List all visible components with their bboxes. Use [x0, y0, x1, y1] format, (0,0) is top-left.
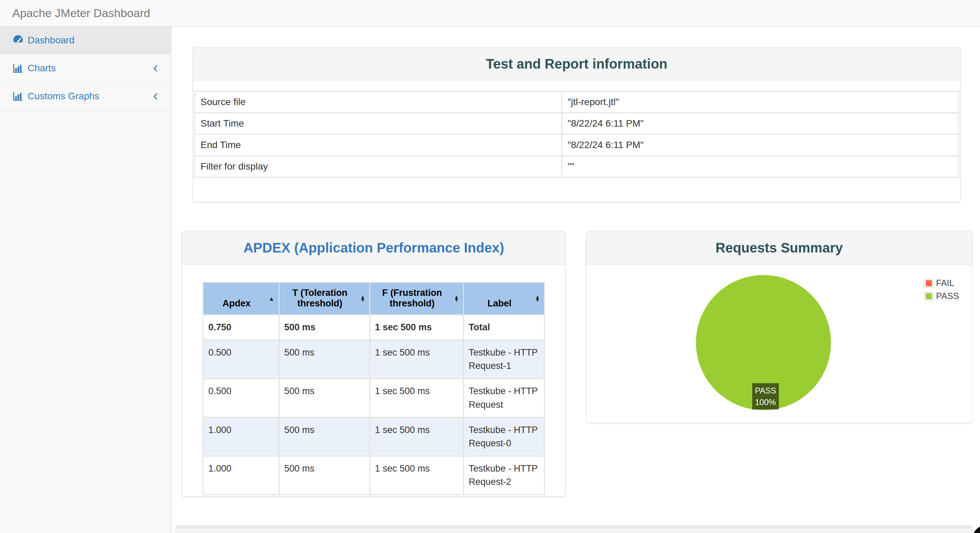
apdex-cell: 500 ms [280, 418, 369, 456]
apdex-cell: 1 sec 500 ms [370, 379, 463, 417]
apdex-cell: Testkube - HTTP Request-0 [464, 418, 544, 456]
apdex-cell: Testkube - HTTP Request [464, 379, 544, 417]
info-value-cell: "8/22/24 6:11 PM" [562, 135, 959, 155]
table-row: End Time"8/22/24 6:11 PM" [195, 135, 958, 155]
bar-chart-icon [12, 62, 25, 74]
sidebar-item-label: Charts [28, 63, 56, 74]
sidebar-item-label: Dashboard [28, 35, 74, 46]
info-value-cell: "jtl-report.jtl" [562, 92, 959, 112]
requests-summary-title: Requests Summary [715, 240, 843, 255]
pie-slice-label-name: PASS [755, 385, 776, 396]
table-row: 1.000500 ms1 sec 500 msTestkube - HTTP R… [204, 418, 544, 456]
sort-both-icon: ▲▼ [535, 295, 540, 301]
test-info-table-body: Source file"jtl-report.jtl"Start Time"8/… [195, 92, 958, 177]
apdex-cell: Total [464, 315, 544, 340]
apdex-cell: 1.000 [204, 456, 278, 494]
sidebar-item-dashboard[interactable]: Dashboard [0, 27, 171, 54]
apdex-column-header-t-toleration-threshold[interactable]: T (Toleration threshold)▲▼ [280, 283, 369, 314]
sort-asc-icon: ▲ [269, 296, 275, 302]
test-info-panel-title: Test and Report information [486, 56, 668, 72]
apdex-column-header-label[interactable]: Label▲▼ [464, 283, 544, 314]
legend-label: FAIL [936, 278, 954, 288]
navbar-brand-title: Apache JMeter Dashboard [0, 6, 150, 20]
apdex-cell: 500 ms [280, 456, 369, 494]
apdex-cell: 1.000 [204, 418, 278, 456]
apdex-panel-body: Apdex▲T (Toleration threshold)▲▼F (Frust… [182, 265, 565, 495]
bar-chart-icon [12, 90, 25, 102]
table-row: Filter for display"" [195, 156, 958, 177]
apdex-cell: 500 ms [280, 379, 369, 417]
apdex-cell: 1 sec 500 ms [370, 418, 463, 456]
table-row: 0.750500 ms1 sec 500 msTotal [204, 315, 544, 340]
next-panel-strip [176, 525, 972, 533]
test-info-panel-heading: Test and Report information [193, 48, 960, 81]
apdex-cell: 0.750 [204, 315, 278, 340]
sidebar-item-customs-graphs[interactable]: Customs Graphs‹ [0, 83, 171, 110]
sort-both-icon: ▲▼ [454, 295, 459, 301]
test-info-panel: Test and Report information Source file"… [192, 47, 961, 202]
pie-slice-label: PASS 100% [752, 383, 779, 410]
requests-summary-chart: PASS 100% FAILPASS [586, 265, 972, 422]
test-info-table: Source file"jtl-report.jtl"Start Time"8/… [194, 91, 959, 178]
chevron-left-icon: ‹ [153, 61, 158, 75]
apdex-cell: Testkube - HTTP Request-1 [464, 340, 544, 378]
apdex-cell: 1 sec 500 ms [370, 315, 463, 340]
scroll-to-top-button[interactable] [972, 525, 980, 533]
requests-summary-heading: Requests Summary [586, 231, 972, 265]
jmeter-dashboard: Apache JMeter Dashboard Dashboard Charts… [0, 0, 980, 533]
apdex-cell: 0.500 [204, 340, 278, 378]
chart-legend: FAILPASS [924, 278, 959, 304]
dashboard-gauge-icon [12, 34, 25, 46]
info-label-cell: End Time [195, 135, 561, 155]
apdex-panel-title: APDEX (Application Performance Index) [243, 240, 504, 255]
info-label-cell: Start Time [195, 113, 561, 134]
chevron-left-icon: ‹ [153, 88, 158, 103]
apdex-cell: 500 ms [280, 340, 369, 378]
legend-label: PASS [936, 291, 959, 301]
table-row: 1.000500 ms1 sec 500 msTestkube - HTTP R… [204, 456, 544, 494]
legend-item-pass: PASS [924, 291, 959, 301]
apdex-header-row: Apdex▲T (Toleration threshold)▲▼F (Frust… [204, 283, 544, 314]
test-info-panel-body: Source file"jtl-report.jtl"Start Time"8/… [193, 81, 960, 178]
apdex-column-header-apdex[interactable]: Apdex▲ [204, 283, 278, 314]
info-value-cell: "8/22/24 6:11 PM" [562, 113, 959, 134]
table-row: Source file"jtl-report.jtl" [195, 92, 958, 112]
info-label-cell: Filter for display [195, 156, 561, 177]
apdex-cell: Testkube - HTTP Request-2 [464, 456, 544, 494]
info-label-cell: Source file [195, 92, 561, 112]
info-value-cell: "" [562, 156, 959, 177]
table-row: Start Time"8/22/24 6:11 PM" [195, 113, 958, 134]
table-row: 0.500500 ms1 sec 500 msTestkube - HTTP R… [204, 379, 544, 417]
apdex-table-body: 0.750500 ms1 sec 500 msTotal0.500500 ms1… [204, 315, 544, 494]
legend-item-fail: FAIL [924, 278, 959, 288]
apdex-table: Apdex▲T (Toleration threshold)▲▼F (Frust… [202, 282, 545, 495]
apdex-panel-heading: APDEX (Application Performance Index) [182, 231, 565, 265]
sort-both-icon: ▲▼ [360, 295, 365, 301]
top-navbar: Apache JMeter Dashboard [0, 0, 980, 27]
sidebar: Dashboard Charts‹ Customs Graphs‹ [0, 27, 172, 533]
apdex-cell: 500 ms [280, 315, 369, 340]
apdex-cell: 1 sec 500 ms [370, 456, 463, 494]
apdex-column-header-f-frustration-threshold[interactable]: F (Frustration threshold)▲▼ [370, 283, 463, 314]
apdex-cell: 0.500 [204, 379, 278, 417]
legend-swatch-pass [924, 292, 933, 301]
apdex-panel: APDEX (Application Performance Index) Ap… [182, 231, 566, 496]
pie-slice-label-percent: 100% [755, 396, 776, 408]
legend-swatch-fail [924, 279, 933, 288]
apdex-cell: 1 sec 500 ms [370, 340, 463, 378]
requests-summary-panel: Requests Summary PASS 100% FAILPASS [586, 231, 972, 423]
sidebar-item-label: Customs Graphs [28, 91, 99, 102]
sidebar-item-charts[interactable]: Charts‹ [0, 54, 171, 83]
table-row: 0.500500 ms1 sec 500 msTestkube - HTTP R… [204, 340, 544, 378]
